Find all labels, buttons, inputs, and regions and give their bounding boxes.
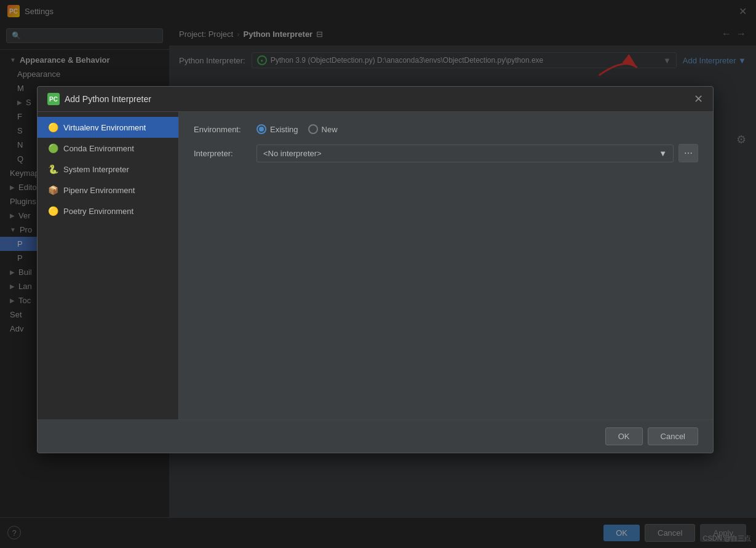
pipenv-icon: 📦 — [47, 185, 58, 196]
dialog-sidebar-item-pipenv[interactable]: 📦 Pipenv Environment — [38, 180, 178, 201]
interpreter-dropdown-row: <No interpreter> ▼ ⋯ — [257, 144, 698, 162]
dialog-main-spacer — [194, 172, 698, 407]
virtualenv-icon: 🟡 — [47, 122, 58, 133]
radio-new-option[interactable]: New — [308, 124, 338, 134]
settings-window: PC Settings ✕ ▼ Appearance & Behavior Ap… — [0, 0, 756, 548]
radio-new-label: New — [322, 125, 338, 134]
environment-form-row: Environment: Existing New — [194, 124, 698, 134]
dialog-sidebar-item-virtualenv[interactable]: 🟡 Virtualenv Environment — [38, 117, 178, 138]
dialog-sidebar: 🟡 Virtualenv Environment 🟢 Conda Environ… — [38, 112, 179, 419]
interpreter-dropdown-arrow: ▼ — [659, 149, 667, 158]
environment-label: Environment: — [194, 125, 249, 134]
dialog-ok-button[interactable]: OK — [605, 427, 643, 445]
dialog-titlebar: PC Add Python Interpreter ✕ — [38, 87, 713, 112]
interpreter-dropdown[interactable]: <No interpreter> ▼ — [257, 145, 674, 162]
dialog-title-container: PC Add Python Interpreter — [47, 93, 151, 105]
dialog-cancel-button[interactable]: Cancel — [648, 427, 698, 445]
interpreter-form-label: Interpreter: — [194, 149, 249, 158]
dialog-title-text: Add Python Interpreter — [65, 94, 151, 104]
dialog-body: 🟡 Virtualenv Environment 🟢 Conda Environ… — [38, 112, 713, 419]
interpreter-form-row: Interpreter: <No interpreter> ▼ ⋯ — [194, 144, 698, 162]
dialog-sidebar-item-system[interactable]: 🐍 System Interpreter — [38, 159, 178, 180]
dialog-footer: OK Cancel — [38, 419, 713, 453]
radio-new-circle — [308, 124, 318, 134]
dialog-close-button[interactable]: ✕ — [694, 93, 703, 105]
dialog-sidebar-item-conda[interactable]: 🟢 Conda Environment — [38, 138, 178, 159]
interpreter-browse-button[interactable]: ⋯ — [678, 144, 698, 162]
add-interpreter-dialog: PC Add Python Interpreter ✕ 🟡 Virtualenv… — [37, 86, 714, 453]
environment-radio-group: Existing New — [257, 124, 338, 134]
watermark: CSDN @自三点 — [703, 534, 751, 543]
radio-existing-circle — [257, 124, 266, 134]
poetry-icon: 🟡 — [47, 205, 58, 216]
system-interpreter-icon: 🐍 — [47, 164, 58, 175]
pycharm-dialog-icon: PC — [47, 93, 60, 105]
conda-icon: 🟢 — [47, 143, 58, 154]
radio-existing-label: Existing — [270, 125, 298, 134]
dialog-sidebar-item-poetry[interactable]: 🟡 Poetry Environment — [38, 201, 178, 221]
dialog-main-panel: Environment: Existing New Inte — [179, 112, 713, 419]
interpreter-dropdown-value: <No interpreter> — [263, 149, 322, 158]
radio-existing-option[interactable]: Existing — [257, 124, 298, 134]
